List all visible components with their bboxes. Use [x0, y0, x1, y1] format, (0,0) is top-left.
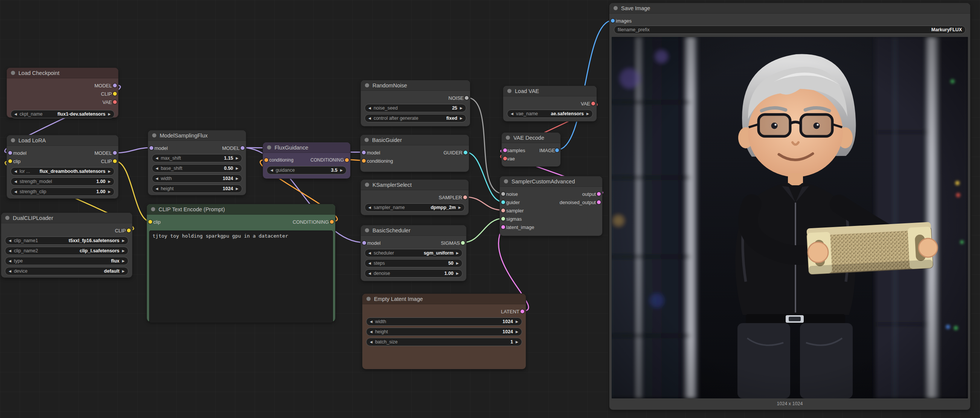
input-dot-sigmas[interactable] — [501, 217, 505, 221]
input-dot-images[interactable] — [611, 19, 615, 22]
arrow-right-icon[interactable]: ▶ — [456, 272, 459, 275]
node-header[interactable]: DualCLIPLoader — [1, 213, 132, 223]
collapse-dot-icon[interactable] — [364, 138, 369, 142]
node-model-sampling-flux[interactable]: ModelSamplingFlux model MODEL ◀ max_shif… — [148, 130, 246, 195]
input-dot-model[interactable] — [8, 151, 12, 155]
widget-width[interactable]: ◀ width 1024 ▶ — [366, 318, 522, 326]
widget-width[interactable]: ◀ width 1024 ▶ — [152, 174, 242, 183]
widget-device[interactable]: ◀ device default ▶ — [5, 267, 129, 275]
node-graph-canvas[interactable]: Load Checkpoint MODEL CLIP VAE ◀ ckpt_na… — [0, 0, 980, 418]
arrow-right-icon[interactable]: ▶ — [122, 259, 125, 263]
arrow-right-icon[interactable]: ▶ — [236, 167, 239, 170]
input-dot-samples[interactable] — [503, 148, 507, 152]
widget-height[interactable]: ◀ height 1024 ▶ — [366, 327, 522, 336]
arrow-left-icon[interactable]: ◀ — [368, 206, 371, 209]
collapse-dot-icon[interactable] — [506, 135, 510, 140]
arrow-left-icon[interactable]: ◀ — [511, 112, 513, 116]
output-dot-image[interactable] — [555, 148, 559, 152]
arrow-right-icon[interactable]: ▶ — [108, 113, 111, 116]
arrow-left-icon[interactable]: ◀ — [370, 320, 372, 323]
node-basic-scheduler[interactable]: BasicScheduler model SIGMAS ◀ scheduler … — [361, 225, 466, 281]
node-ksampler-select[interactable]: KSamplerSelect SAMPLER ◀ sampler_name dp… — [361, 180, 469, 215]
arrow-right-icon[interactable]: ▶ — [460, 117, 463, 120]
collapse-dot-icon[interactable] — [152, 133, 156, 137]
output-dot-conditioning[interactable] — [330, 220, 334, 224]
widget-strength-clip[interactable]: ◀ strength_clip 1.00 ▶ — [11, 188, 115, 196]
widget-filename-prefix[interactable]: filename_prefix MarkuryFLUX — [614, 25, 966, 34]
arrow-left-icon[interactable]: ◀ — [368, 262, 371, 265]
collapse-dot-icon[interactable] — [614, 6, 618, 10]
output-dot-vae[interactable] — [591, 102, 595, 105]
node-header[interactable]: BasicGuider — [360, 135, 469, 145]
node-load-lora[interactable]: Load LoRA model MODEL clip CLIP ◀ lor ..… — [7, 135, 118, 199]
collapse-dot-icon[interactable] — [267, 145, 271, 149]
input-dot-clip[interactable] — [148, 220, 152, 224]
input-dot-sampler[interactable] — [501, 209, 505, 212]
widget-strength-model[interactable]: ◀ strength_model 1.00 ▶ — [11, 177, 115, 186]
node-random-noise[interactable]: RandomNoise NOISE ◀ noise_seed 25 ▶ ◀ co… — [361, 80, 470, 126]
widget-control-after-generate[interactable]: ◀ control after generate fixed ▶ — [364, 114, 466, 122]
input-dot-noise[interactable] — [501, 192, 505, 196]
node-header[interactable]: Empty Latent Image — [362, 294, 526, 304]
output-dot-sampler[interactable] — [463, 195, 467, 199]
output-dot-clip[interactable] — [127, 229, 131, 232]
output-dot-clip[interactable] — [113, 92, 117, 95]
node-header[interactable]: Load Checkpoint — [7, 68, 118, 78]
widget-height[interactable]: ◀ height 1024 ▶ — [152, 184, 242, 193]
arrow-left-icon[interactable]: ◀ — [9, 259, 11, 263]
widget-lora-name[interactable]: ◀ lor ... flux_dreambooth.safetensors ▶ — [11, 167, 115, 175]
collapse-dot-icon[interactable] — [11, 138, 15, 142]
input-dot-model[interactable] — [362, 241, 366, 245]
arrow-left-icon[interactable]: ◀ — [368, 251, 371, 255]
node-header[interactable]: ModelSamplingFlux — [148, 130, 246, 141]
node-sampler-custom-advanced[interactable]: SamplerCustomAdvanced noise output guide… — [500, 176, 602, 236]
input-dot-conditioning[interactable] — [264, 158, 268, 162]
node-header[interactable]: VAE Decode — [502, 133, 560, 143]
input-dot-model[interactable] — [362, 151, 366, 154]
arrow-left-icon[interactable]: ◀ — [14, 170, 17, 173]
arrow-right-icon[interactable]: ▶ — [515, 320, 518, 323]
output-dot-model[interactable] — [241, 146, 245, 150]
output-dot-model[interactable] — [113, 151, 117, 155]
node-header[interactable]: BasicScheduler — [361, 225, 466, 236]
arrow-right-icon[interactable]: ▶ — [586, 112, 589, 116]
arrow-left-icon[interactable]: ◀ — [156, 167, 158, 170]
collapse-dot-icon[interactable] — [366, 297, 371, 301]
collapse-dot-icon[interactable] — [508, 89, 511, 93]
widget-denoise[interactable]: ◀ denoise 1.00 ▶ — [364, 269, 463, 278]
arrow-left-icon[interactable]: ◀ — [156, 177, 158, 180]
widget-noise-seed[interactable]: ◀ noise_seed 25 ▶ — [364, 104, 466, 112]
input-dot-vae[interactable] — [503, 157, 507, 161]
collapse-dot-icon[interactable] — [11, 71, 15, 75]
node-header[interactable]: RandomNoise — [361, 80, 470, 91]
collapse-dot-icon[interactable] — [151, 207, 155, 211]
arrow-right-icon[interactable]: ▶ — [456, 251, 459, 255]
node-empty-latent-image[interactable]: Empty Latent Image LATENT ◀ width 1024 ▶… — [362, 294, 526, 369]
widget-sampler-name[interactable]: ◀ sampler_name dpmpp_2m ▶ — [364, 203, 465, 211]
collapse-dot-icon[interactable] — [504, 179, 508, 183]
widget-vae-name[interactable]: ◀ vae_name ae.safetensors ▶ — [507, 110, 593, 118]
node-load-vae[interactable]: Load VAE VAE ◀ vae_name ae.safetensors ▶ — [503, 86, 597, 121]
arrow-right-icon[interactable]: ▶ — [108, 170, 111, 173]
arrow-left-icon[interactable]: ◀ — [14, 180, 17, 183]
widget-clip-name2[interactable]: ◀ clip_name2 clip_l.safetensors ▶ — [5, 247, 129, 255]
prompt-textarea[interactable]: tjtoy toy holding sparkgpu gpu in a data… — [149, 230, 333, 323]
arrow-left-icon[interactable]: ◀ — [9, 249, 11, 253]
arrow-right-icon[interactable]: ▶ — [236, 157, 239, 160]
generated-image-preview[interactable] — [612, 37, 968, 399]
widget-clip-name1[interactable]: ◀ clip_name1 t5xxl_fp16.safetensors ▶ — [5, 237, 129, 245]
output-dot-model[interactable] — [113, 84, 117, 87]
output-dot-conditioning[interactable] — [345, 158, 349, 162]
widget-max-shift[interactable]: ◀ max_shift 1.15 ▶ — [152, 154, 242, 162]
arrow-right-icon[interactable]: ▶ — [515, 340, 518, 344]
node-header[interactable]: Load VAE — [503, 86, 597, 96]
widget-type[interactable]: ◀ type flux ▶ — [5, 257, 129, 265]
input-dot-model[interactable] — [150, 146, 153, 150]
node-save-image[interactable]: Save Image images filename_prefix Markur… — [609, 3, 970, 410]
arrow-right-icon[interactable]: ▶ — [456, 262, 459, 265]
arrow-right-icon[interactable]: ▶ — [460, 106, 463, 110]
arrow-right-icon[interactable]: ▶ — [108, 180, 111, 183]
arrow-left-icon[interactable]: ◀ — [270, 169, 273, 172]
widget-ckpt-name[interactable]: ◀ ckpt_name flux1-dev.safetensors ▶ — [11, 110, 115, 118]
node-header[interactable]: Load LoRA — [7, 135, 118, 146]
